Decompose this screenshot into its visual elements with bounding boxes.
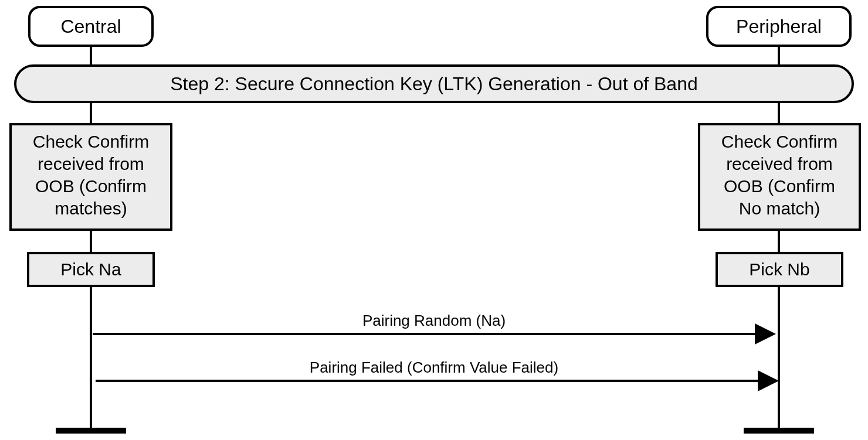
step-banner-label: Step 2: Secure Connection Key (LTK) Gene…: [170, 73, 697, 94]
actor-peripheral-label: Peripheral: [736, 16, 822, 37]
msg-pairing-failed-label: Pairing Failed (Confirm Value Failed): [310, 359, 558, 376]
right-pick-label: Pick Nb: [749, 260, 809, 279]
svg-text:OOB (Confirm: OOB (Confirm: [35, 176, 147, 196]
svg-text:matches): matches): [55, 199, 127, 218]
actor-central-label: Central: [60, 16, 121, 37]
svg-text:OOB (Confirm: OOB (Confirm: [724, 176, 835, 196]
sequence-diagram: Central Peripheral Step 2: Secure Connec…: [0, 0, 868, 440]
svg-text:No match): No match): [739, 199, 820, 218]
svg-text:Check Confirm: Check Confirm: [33, 132, 149, 151]
svg-text:received from: received from: [726, 154, 833, 173]
svg-text:received from: received from: [38, 154, 144, 173]
msg-pairing-random-label: Pairing Random (Na): [362, 312, 506, 329]
svg-text:Check Confirm: Check Confirm: [721, 132, 838, 151]
left-pick-label: Pick Na: [60, 260, 121, 279]
